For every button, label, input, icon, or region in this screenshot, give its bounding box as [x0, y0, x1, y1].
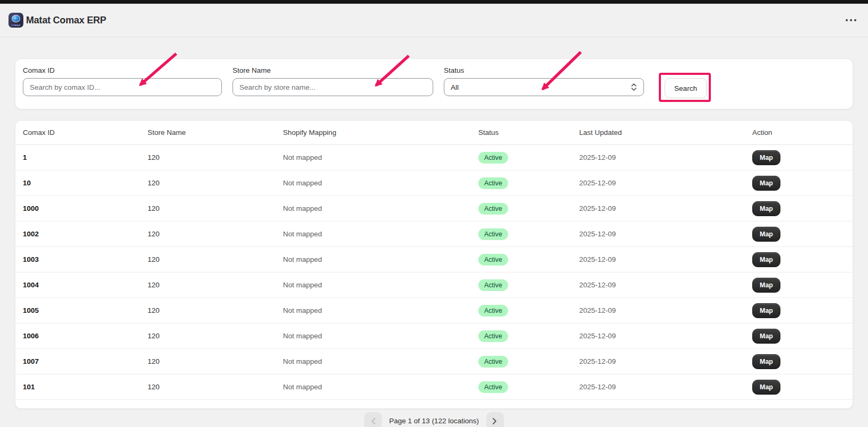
chevron-right-icon — [492, 417, 497, 425]
shopify-mapping-cell: Not mapped — [283, 153, 474, 161]
store-name-cell: 120 — [148, 281, 283, 289]
shopify-mapping-cell: Not mapped — [283, 306, 474, 314]
prev-page-button[interactable] — [364, 412, 382, 427]
ellipsis-menu-icon[interactable] — [843, 16, 860, 24]
last-updated-cell: 2025-12-09 — [575, 204, 740, 212]
store-name-cell: 120 — [148, 357, 283, 365]
status-cell: Active — [474, 228, 575, 240]
table-row: 1007120Not mappedActive2025-12-09Map — [15, 349, 853, 374]
table-row: 1004120Not mappedActive2025-12-09Map — [15, 272, 853, 298]
comax-id-cell: 1003 — [23, 255, 148, 263]
map-button[interactable]: Map — [752, 227, 780, 242]
comax-id-label: Comax ID — [23, 66, 222, 74]
chevron-left-icon — [371, 417, 376, 425]
last-updated-cell: 2025-12-09 — [575, 332, 740, 340]
shopify-mapping-cell: Not mapped — [283, 332, 474, 340]
action-cell: Map — [740, 201, 845, 216]
store-name-input[interactable] — [233, 78, 433, 96]
table-row: 101120Not mappedActive2025-12-09Map — [15, 374, 853, 400]
filter-card: Comax ID Store Name Status All Search — [15, 58, 853, 109]
last-updated-cell: 2025-12-09 — [575, 153, 740, 161]
comax-icon-label: COMAX — [8, 24, 23, 27]
comax-app-icon: COMAX — [8, 13, 23, 28]
comax-id-cell: 1002 — [23, 230, 148, 238]
comax-id-cell: 1006 — [23, 332, 148, 340]
shopify-mapping-cell: Not mapped — [283, 383, 474, 391]
status-cell: Active — [474, 279, 575, 291]
table-header-row: Comax ID Store Name Shopify Mapping Stat… — [15, 121, 853, 145]
comax-globe-icon — [12, 15, 20, 22]
status-cell: Active — [474, 203, 575, 215]
search-button[interactable]: Search — [665, 78, 707, 98]
map-button[interactable]: Map — [752, 176, 780, 191]
last-updated-cell: 2025-12-09 — [575, 357, 740, 365]
last-updated-cell: 2025-12-09 — [575, 255, 740, 263]
page-title: Matat Comax ERP — [26, 15, 106, 26]
status-badge: Active — [478, 330, 508, 342]
map-button[interactable]: Map — [752, 329, 780, 344]
shopify-mapping-cell: Not mapped — [283, 357, 474, 365]
status-label: Status — [444, 66, 644, 74]
next-page-button[interactable] — [486, 412, 504, 427]
store-name-cell: 120 — [148, 230, 283, 238]
last-updated-cell: 2025-12-09 — [575, 179, 740, 187]
map-button[interactable]: Map — [752, 303, 780, 318]
action-cell: Map — [740, 354, 845, 369]
status-cell: Active — [474, 381, 575, 393]
last-updated-cell: 2025-12-09 — [575, 281, 740, 289]
store-name-cell: 120 — [148, 306, 283, 314]
shopify-mapping-cell: Not mapped — [283, 179, 474, 187]
comax-id-cell: 1007 — [23, 357, 148, 365]
status-badge: Active — [478, 228, 508, 240]
map-button[interactable]: Map — [752, 380, 780, 395]
shopify-mapping-cell: Not mapped — [283, 204, 474, 212]
map-button[interactable]: Map — [752, 201, 780, 216]
action-cell: Map — [740, 227, 845, 242]
shopify-mapping-cell: Not mapped — [283, 255, 474, 263]
comax-id-cell: 1 — [23, 153, 148, 161]
comax-id-cell: 1000 — [23, 204, 148, 212]
status-cell: Active — [474, 177, 575, 189]
store-name-cell: 120 — [148, 383, 283, 391]
comax-id-input[interactable] — [23, 78, 222, 96]
status-badge: Active — [478, 381, 508, 393]
pagination-label: Page 1 of 13 (122 locations) — [389, 417, 479, 425]
comax-id-cell: 101 — [23, 383, 148, 391]
status-badge: Active — [478, 152, 508, 164]
table-row: 1002120Not mappedActive2025-12-09Map — [15, 221, 853, 247]
action-cell: Map — [740, 303, 845, 318]
map-button[interactable]: Map — [752, 252, 780, 267]
map-button[interactable]: Map — [752, 354, 780, 369]
comax-id-cell: 1004 — [23, 281, 148, 289]
shopify-mapping-cell: Not mapped — [283, 281, 474, 289]
store-name-cell: 120 — [148, 255, 283, 263]
column-header-store-name: Store Name — [148, 129, 283, 136]
status-cell: Active — [474, 254, 575, 266]
store-name-cell: 120 — [148, 153, 283, 161]
filter-field-status: Status All — [444, 66, 644, 96]
action-cell: Map — [740, 176, 845, 191]
table-body: 1120Not mappedActive2025-12-09Map10120No… — [15, 145, 853, 400]
action-cell: Map — [740, 252, 845, 267]
top-bar — [0, 0, 868, 4]
action-cell: Map — [740, 278, 845, 293]
table-row: 1003120Not mappedActive2025-12-09Map — [15, 247, 853, 272]
status-badge: Active — [478, 254, 508, 266]
table-row: 1000120Not mappedActive2025-12-09Map — [15, 196, 853, 221]
map-button[interactable]: Map — [752, 278, 780, 293]
status-cell: Active — [474, 330, 575, 342]
comax-id-cell: 1005 — [23, 306, 148, 314]
status-badge: Active — [478, 177, 508, 189]
last-updated-cell: 2025-12-09 — [575, 306, 740, 314]
table-row: 1005120Not mappedActive2025-12-09Map — [15, 298, 853, 323]
action-cell: Map — [740, 380, 845, 395]
store-name-cell: 120 — [148, 204, 283, 212]
comax-id-cell: 10 — [23, 179, 148, 187]
select-updown-chevron-icon — [631, 83, 637, 91]
map-button[interactable]: Map — [752, 150, 780, 165]
status-select[interactable]: All — [444, 78, 644, 96]
column-header-comax-id: Comax ID — [23, 129, 148, 136]
locations-table: Comax ID Store Name Shopify Mapping Stat… — [15, 120, 853, 409]
action-cell: Map — [740, 329, 845, 344]
column-header-shopify-mapping: Shopify Mapping — [283, 129, 474, 136]
